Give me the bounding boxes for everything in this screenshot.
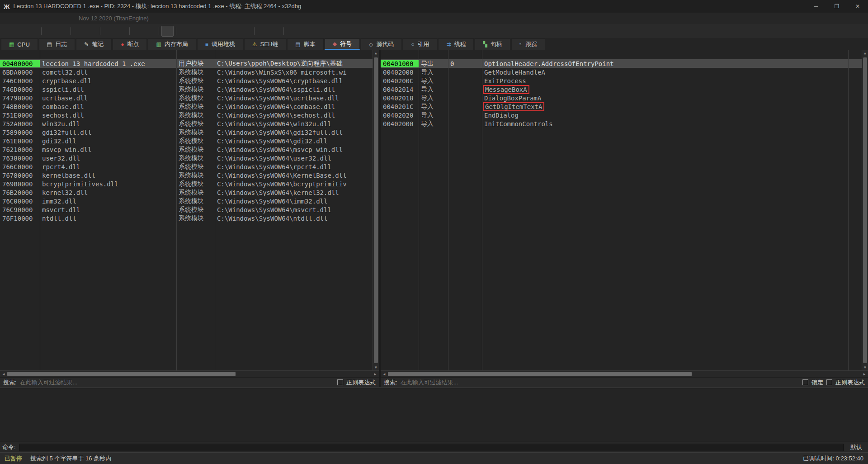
menu-debug[interactable] bbox=[20, 13, 29, 24]
trace-into-icon[interactable] bbox=[103, 26, 115, 37]
toolbar-icon[interactable] bbox=[100, 27, 100, 35]
scroll-up-icon[interactable]: ▲ bbox=[864, 51, 866, 55]
scroll-right-icon[interactable]: ► bbox=[373, 372, 377, 376]
menu-trace[interactable] bbox=[29, 13, 38, 24]
scroll-down-icon[interactable]: ▼ bbox=[864, 365, 866, 369]
module-row[interactable]: 75890000 gdi32full.dll 系统模块 C:\Windows\S… bbox=[0, 128, 379, 137]
menu-favourites[interactable] bbox=[47, 13, 56, 24]
assemble-pencil-icon[interactable] bbox=[179, 26, 191, 37]
toggle-source-icon[interactable] bbox=[161, 26, 174, 37]
toolbar-icon[interactable] bbox=[71, 27, 71, 35]
symbol-row[interactable]: 00401000 导出 0 OptionalHeader.AddressOfEn… bbox=[381, 59, 868, 68]
tab-source[interactable]: ◇ 源代码 bbox=[361, 38, 402, 50]
log-panel[interactable] bbox=[0, 388, 868, 442]
module-row[interactable]: 746C0000 cryptbase.dll 系统模块 C:\Windows\S… bbox=[0, 76, 379, 85]
module-row[interactable]: 76210000 msvcp_win.dll 系统模块 C:\Windows\S… bbox=[0, 145, 379, 154]
module-row[interactable]: 76F10000 ntdll.dll 系统模块 C:\Windows\SysWO… bbox=[0, 214, 379, 223]
menu-file[interactable] bbox=[2, 13, 11, 24]
regex-checkbox[interactable] bbox=[826, 379, 832, 385]
tab-threads[interactable]: ⇉ 线程 bbox=[438, 38, 474, 50]
menu-options[interactable] bbox=[56, 13, 65, 24]
command-profile-dropdown[interactable]: 默认 bbox=[847, 443, 866, 451]
stop-icon[interactable] bbox=[27, 26, 39, 37]
toolbar-icon[interactable] bbox=[283, 27, 284, 35]
scrollbar-thumb[interactable] bbox=[7, 372, 236, 376]
scrollbar-thumb[interactable] bbox=[388, 372, 692, 376]
tab-handles[interactable]: ▚ 句柄 bbox=[475, 38, 510, 50]
tab-symbols[interactable]: ◆ 符号 bbox=[325, 38, 360, 50]
tab-trace[interactable]: ≈ 跟踪 bbox=[511, 38, 546, 50]
step-out-icon[interactable] bbox=[132, 26, 144, 37]
module-row[interactable]: 00400000 leccion 13 hardcoded 1 .exe 用户模… bbox=[0, 59, 379, 68]
calculator-icon[interactable] bbox=[286, 26, 298, 37]
symbol-row[interactable]: 00402018 导入 DialogBoxParamA bbox=[381, 94, 868, 102]
module-row[interactable]: 76C90000 msvcrt.dll 系统模块 C:\Windows\SysW… bbox=[0, 205, 379, 214]
pause-icon[interactable] bbox=[56, 26, 68, 37]
symbol-row[interactable]: 00402020 导入 EndDialog bbox=[381, 111, 868, 119]
tab-notes[interactable]: ✎ 笔记 bbox=[76, 38, 112, 50]
run-to-user-code-icon[interactable] bbox=[144, 26, 156, 37]
symbol-row[interactable]: 00402000 导入 InitCommonControls bbox=[381, 119, 868, 128]
scroll-left-icon[interactable]: ◄ bbox=[382, 372, 386, 376]
menu-plugins[interactable] bbox=[38, 13, 47, 24]
tab-cpu[interactable]: ▦ CPU bbox=[1, 38, 38, 50]
highlight-red-icon[interactable] bbox=[215, 26, 227, 37]
modules-horizontal-scrollbar[interactable]: ◄ ► bbox=[0, 370, 379, 377]
scroll-left-icon[interactable]: ◄ bbox=[2, 372, 5, 376]
module-row[interactable]: 76B20000 kernel32.dll 系统模块 C:\Windows\Sy… bbox=[0, 188, 379, 197]
run-icon[interactable] bbox=[44, 26, 56, 37]
functions-fx-icon[interactable] bbox=[227, 26, 240, 37]
module-row[interactable]: 748B0000 combase.dll 系统模块 C:\Windows\Sys… bbox=[0, 102, 379, 111]
module-row[interactable]: 766C0000 rpcrt4.dll 系统模块 C:\Windows\SysW… bbox=[0, 162, 379, 171]
step-into-icon[interactable] bbox=[73, 26, 85, 37]
scroll-right-icon[interactable]: ► bbox=[863, 372, 866, 376]
modules-vertical-scrollbar[interactable]: ▲ ▼ bbox=[373, 50, 379, 370]
symbol-row[interactable]: 00402014 导入 MessageBoxA bbox=[381, 85, 868, 94]
tab-seh[interactable]: ⚠ SEH链 bbox=[244, 38, 287, 50]
tab-call-stack[interactable]: ≡ 调用堆栈 bbox=[197, 38, 243, 50]
scroll-down-icon[interactable]: ▼ bbox=[375, 365, 377, 369]
module-row[interactable]: 761E0000 gdi32.dll 系统模块 C:\Windows\SysWO… bbox=[0, 137, 379, 145]
module-row[interactable]: 76780000 kernelbase.dll 系统模块 C:\Windows\… bbox=[0, 171, 379, 180]
command-input[interactable] bbox=[19, 444, 844, 451]
lock-checkbox[interactable] bbox=[802, 379, 808, 385]
toolbar-icon[interactable] bbox=[254, 27, 255, 35]
menu-view[interactable] bbox=[11, 13, 20, 24]
menu-help[interactable] bbox=[65, 13, 74, 24]
maximize-button[interactable]: ❐ bbox=[826, 0, 847, 13]
module-row[interactable]: 76C00000 imm32.dll 系统模块 C:\Windows\SysWO… bbox=[0, 197, 379, 205]
restart-icon[interactable] bbox=[14, 26, 27, 37]
module-row[interactable]: 6BDA0000 comctl32.dll 系统模块 C:\Windows\Wi… bbox=[0, 68, 379, 76]
patches-icon[interactable] bbox=[191, 26, 203, 37]
close-button[interactable]: ✕ bbox=[847, 0, 868, 13]
toolbar-icon[interactable] bbox=[176, 27, 176, 35]
module-row[interactable]: 746D0000 sspicli.dll 系统模块 C:\Windows\Sys… bbox=[0, 85, 379, 94]
scrollbar-thumb[interactable] bbox=[863, 57, 867, 363]
scrollbar-thumb[interactable] bbox=[374, 57, 378, 363]
open-file-icon[interactable] bbox=[2, 26, 14, 37]
module-row[interactable]: 74790000 ucrtbase.dll 系统模块 C:\Windows\Sy… bbox=[0, 94, 379, 102]
toolbar-icon[interactable] bbox=[129, 27, 130, 35]
labels-hash-icon[interactable] bbox=[240, 26, 252, 37]
symbol-row[interactable]: 0040200C 导入 ExitProcess bbox=[381, 76, 868, 85]
globe-icon[interactable] bbox=[298, 26, 311, 37]
animate-into-icon[interactable] bbox=[115, 26, 127, 37]
step-over-icon[interactable] bbox=[85, 26, 98, 37]
symbols-search-input[interactable] bbox=[401, 379, 799, 386]
symbol-row[interactable]: 0040201C 导入 GetDlgItemTextA bbox=[381, 102, 868, 111]
strings-az-icon[interactable] bbox=[257, 26, 269, 37]
tab-log[interactable]: ▤ 日志 bbox=[39, 38, 75, 50]
highlight-blue-icon[interactable] bbox=[203, 26, 215, 37]
regex-checkbox[interactable] bbox=[337, 379, 343, 385]
symbols-vertical-scrollbar[interactable]: ▲ ▼ bbox=[862, 50, 868, 370]
symbol-row[interactable]: 00402008 导入 GetModuleHandleA bbox=[381, 68, 868, 76]
tab-memory-map[interactable]: ▥ 内存布局 bbox=[148, 38, 196, 50]
tab-breakpoints[interactable]: ● 断点 bbox=[113, 38, 147, 50]
module-row[interactable]: 751E0000 sechost.dll 系统模块 C:\Windows\Sys… bbox=[0, 111, 379, 119]
scroll-up-icon[interactable]: ▲ bbox=[375, 51, 377, 55]
module-row[interactable]: 76380000 user32.dll 系统模块 C:\Windows\SysW… bbox=[0, 154, 379, 162]
memory-device-icon[interactable] bbox=[269, 26, 281, 37]
toolbar-icon[interactable] bbox=[41, 27, 42, 35]
symbols-horizontal-scrollbar[interactable]: ◄ ► bbox=[381, 370, 868, 377]
tab-references[interactable]: ○ 引用 bbox=[403, 38, 437, 50]
